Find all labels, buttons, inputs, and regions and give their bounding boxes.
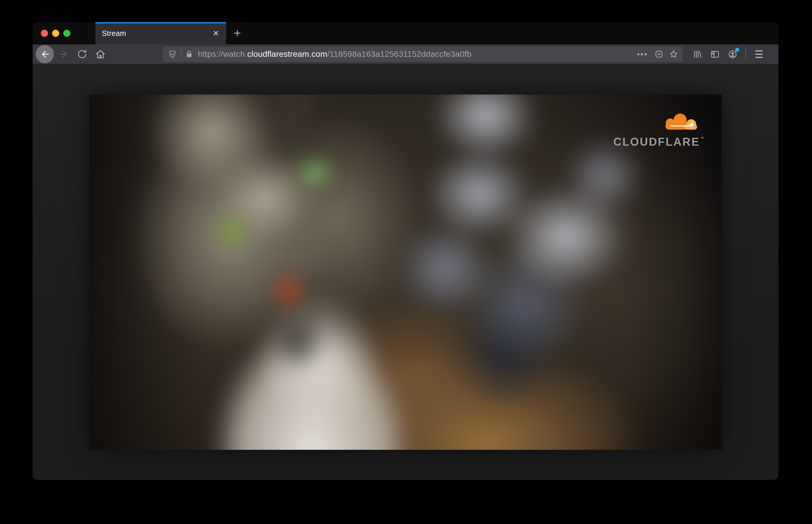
bookmark-star-icon[interactable] xyxy=(669,49,678,59)
url-path: /118598a163a125631152ddaccfe3a0fb xyxy=(327,49,471,59)
urlbar-divider xyxy=(180,49,181,59)
forward-button[interactable] xyxy=(55,45,73,63)
navigation-toolbar: https://watch.cloudflarestream.com/11859… xyxy=(33,45,778,64)
url-bar[interactable]: https://watch.cloudflarestream.com/11859… xyxy=(163,47,682,62)
url-domain: cloudflarestream.com xyxy=(247,49,327,59)
sidebar-button[interactable] xyxy=(706,45,724,63)
reload-icon xyxy=(77,49,88,60)
url-text: https://watch.cloudflarestream.com/11859… xyxy=(198,49,637,59)
pocket-icon[interactable] xyxy=(654,49,664,59)
minimize-window-button[interactable] xyxy=(52,30,59,37)
tracking-protection-shield-icon[interactable] xyxy=(168,50,177,59)
close-window-button[interactable] xyxy=(41,30,48,37)
back-arrow-icon xyxy=(39,49,50,60)
titlebar-traffic-lights xyxy=(33,22,95,45)
library-icon xyxy=(693,49,702,59)
cloudflare-wordmark: CLOUDFLARE™ xyxy=(613,136,704,147)
tab-bar: Stream ✕ + xyxy=(33,22,778,45)
tab-title: Stream xyxy=(102,29,211,38)
video-player[interactable]: CLOUDFLARE™ xyxy=(89,95,722,450)
hamburger-icon xyxy=(755,50,763,58)
new-tab-button[interactable]: + xyxy=(226,22,248,45)
url-scheme: https://watch. xyxy=(198,49,247,59)
cloudflare-cloud-icon xyxy=(656,112,704,135)
back-button[interactable] xyxy=(36,45,54,63)
tab-close-icon[interactable]: ✕ xyxy=(211,28,220,38)
home-icon xyxy=(95,49,106,60)
lock-icon[interactable] xyxy=(184,50,194,59)
cloudflare-wordmark-text: CLOUDFLARE xyxy=(613,136,700,148)
home-button[interactable] xyxy=(91,45,110,63)
toolbar-separator xyxy=(745,48,746,60)
reload-button[interactable] xyxy=(73,45,91,63)
library-button[interactable] xyxy=(688,45,706,63)
account-notification-badge xyxy=(735,48,739,52)
page-actions-icon[interactable]: ••• xyxy=(637,50,648,58)
menu-button[interactable] xyxy=(750,45,768,63)
active-tab-indicator xyxy=(95,22,226,23)
cloudflare-tm-mark: ™ xyxy=(700,136,704,141)
tab-stream[interactable]: Stream ✕ xyxy=(95,22,226,45)
browser-window: Stream ✕ + xyxy=(33,22,778,480)
account-button[interactable] xyxy=(724,45,741,63)
forward-arrow-icon xyxy=(58,49,69,60)
cloudflare-logo: CLOUDFLARE™ xyxy=(607,112,704,147)
sidebar-icon xyxy=(710,49,720,59)
page-content: CLOUDFLARE™ xyxy=(33,64,778,480)
zoom-window-button[interactable] xyxy=(63,30,70,37)
